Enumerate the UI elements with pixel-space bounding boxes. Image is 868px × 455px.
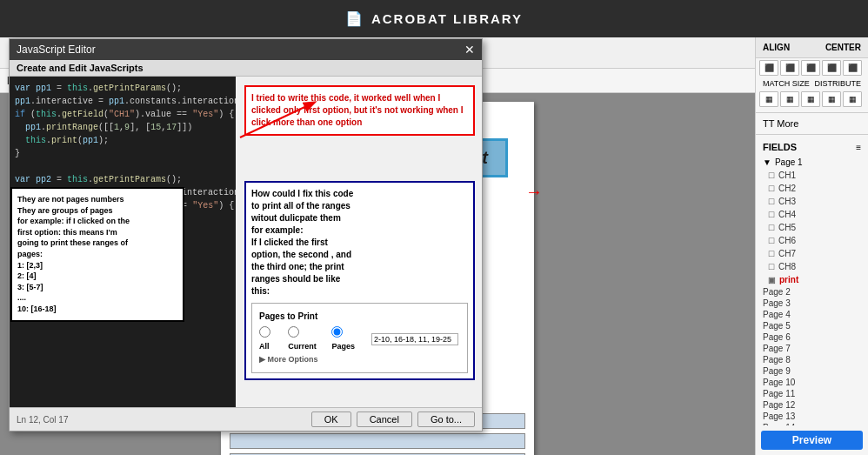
field-print[interactable]: ▣ print xyxy=(756,273,868,286)
align-top-icon[interactable]: ⬛ xyxy=(822,60,841,76)
js-editor-title: JavaScript Editor xyxy=(17,43,96,56)
annotation-red-box: I tried to write this code, it worked we… xyxy=(244,85,475,136)
tt-more-btn[interactable]: TT More xyxy=(756,117,868,130)
right-panel: ALIGN CENTER ⬛ ⬛ ⬛ ⬛ ⬛ MATCH SIZE DISTRI… xyxy=(755,37,868,455)
field-ch5-label: CH5 xyxy=(778,223,796,232)
app-title: 📄 ACROBAT LIBRARY xyxy=(345,10,523,27)
fields-section: FIELDS ≡ ▼ Page 1 ☐ CH1 ☐ CH2 ☐ CH3 xyxy=(756,138,868,425)
fields-settings-icon[interactable]: ≡ xyxy=(856,143,861,152)
page5-item[interactable]: Page 5 xyxy=(756,320,868,331)
pages-value-input[interactable] xyxy=(371,333,458,345)
field-ch5[interactable]: ☐ CH5 xyxy=(756,221,868,234)
page12-item[interactable]: Page 12 xyxy=(756,399,868,411)
js-editor-subtitle: Create and Edit JavaScripts xyxy=(10,60,482,77)
page6-item[interactable]: Page 6 xyxy=(756,331,868,343)
pages-to-print-title: Pages to Print xyxy=(259,311,460,323)
distribute-v-icon[interactable]: ▦ xyxy=(843,91,862,107)
preview-button[interactable]: Preview xyxy=(761,431,863,450)
field-ch4-label: CH4 xyxy=(778,210,796,219)
center-label: CENTER xyxy=(825,43,861,52)
panel-divider-2 xyxy=(756,134,868,135)
annotation-blue-text: How could I fix this code to print all o… xyxy=(251,189,353,296)
field-ch7[interactable]: ☐ CH7 xyxy=(756,247,868,260)
page7-item[interactable]: Page 7 xyxy=(756,343,868,354)
page2-item[interactable]: Page 2 xyxy=(756,286,868,298)
page8-item[interactable]: Page 8 xyxy=(756,354,868,365)
field-ch6[interactable]: ☐ CH6 xyxy=(756,234,868,247)
status-text: Ln 12, Col 17 xyxy=(17,415,69,425)
page3-item[interactable]: Page 3 xyxy=(756,298,868,309)
distribute-label: DISTRIBUTE xyxy=(814,79,861,88)
radio-options: All Current Pages xyxy=(259,326,460,351)
radio-current-text: Current xyxy=(288,342,317,351)
ok-btn[interactable]: OK xyxy=(311,412,351,427)
page9-item[interactable]: Page 9 xyxy=(756,365,868,377)
field-ch8[interactable]: ☐ CH8 xyxy=(756,260,868,273)
match-distribute-row: MATCH SIZE DISTRIBUTE xyxy=(756,77,868,90)
page10-item[interactable]: Page 10 xyxy=(756,377,868,388)
match-height-icon[interactable]: ▦ xyxy=(780,91,799,107)
field-ch6-label: CH6 xyxy=(778,236,796,245)
more-options-btn[interactable]: ▶ More Options xyxy=(259,354,460,365)
pages-to-print-mini: Pages to Print All Current Pages xyxy=(251,303,468,373)
js-editor-bottom: Ln 12, Col 17 OK Cancel Go to... xyxy=(10,407,482,431)
match-both-icon[interactable]: ▦ xyxy=(801,91,820,107)
js-editor-dialog: JavaScript Editor ✕ Create and Edit Java… xyxy=(9,38,483,432)
radio-current-label[interactable]: Current xyxy=(288,326,323,351)
radio-current[interactable] xyxy=(288,326,299,338)
page4-item[interactable]: Page 4 xyxy=(756,309,868,320)
radio-all-text: All xyxy=(259,342,270,351)
align-middle-icon[interactable]: ⬛ xyxy=(843,60,862,76)
fields-label: FIELDS xyxy=(763,142,797,152)
js-annotation-area: I tried to write this code, it worked we… xyxy=(236,77,482,407)
tt-more-label: TT More xyxy=(763,118,798,129)
radio-pages[interactable] xyxy=(331,326,343,338)
field-ch4[interactable]: ☐ CH4 xyxy=(756,208,868,221)
field-ch2-label: CH2 xyxy=(778,184,796,193)
field-ch1-icon: ☐ xyxy=(768,171,775,180)
js-editor-body: var pp1 = this.getPrintParams(); pp1.int… xyxy=(10,77,482,407)
js-editor-close-btn[interactable]: ✕ xyxy=(464,43,475,57)
page13-item[interactable]: Page 13 xyxy=(756,411,868,422)
cancel-btn[interactable]: Cancel xyxy=(357,412,412,427)
annotation-blue-box: How could I fix this code to print all o… xyxy=(244,181,475,380)
panel-divider-1 xyxy=(756,112,868,113)
page1-item[interactable]: ▼ Page 1 xyxy=(756,156,868,169)
app-title-text: ACROBAT LIBRARY xyxy=(371,11,523,26)
field-ch1[interactable]: ☐ CH1 xyxy=(756,169,868,182)
field-print-label: print xyxy=(779,275,798,284)
align-label: ALIGN xyxy=(763,43,790,52)
align-right-icon[interactable]: ⬛ xyxy=(801,60,820,76)
page14-item[interactable]: Page 14 xyxy=(756,422,868,425)
field-ch7-icon: ☐ xyxy=(768,250,775,258)
doc-icon: 📄 xyxy=(345,10,364,27)
distribute-h-icon[interactable]: ▦ xyxy=(822,91,841,107)
field-ch3[interactable]: ☐ CH3 xyxy=(756,195,868,208)
page1-label: Page 1 xyxy=(775,157,803,167)
page11-item[interactable]: Page 11 xyxy=(756,388,868,399)
field-ch8-label: CH8 xyxy=(778,262,796,271)
align-center-icon[interactable]: ⬛ xyxy=(780,60,799,76)
field-ch6-icon: ☐ xyxy=(768,237,775,245)
match-width-icon[interactable]: ▦ xyxy=(759,91,778,107)
radio-pages-label[interactable]: Pages xyxy=(331,326,363,351)
align-icon-row: ⬛ ⬛ ⬛ ⬛ ⬛ xyxy=(756,58,868,77)
fields-header: FIELDS ≡ xyxy=(756,138,868,156)
bottom-btns: OK Cancel Go to... xyxy=(311,412,475,427)
field-ch1-label: CH1 xyxy=(778,171,796,180)
radio-all[interactable] xyxy=(259,326,270,338)
radio-all-label[interactable]: All xyxy=(259,326,279,351)
match-size-label: MATCH SIZE xyxy=(763,79,810,88)
field-ch3-icon: ☐ xyxy=(768,197,775,206)
field-ch2-icon: ☐ xyxy=(768,184,775,193)
field-ch7-label: CH7 xyxy=(778,249,796,258)
pdf-input-2[interactable] xyxy=(230,433,525,449)
top-bar: 📄 ACROBAT LIBRARY xyxy=(0,0,868,37)
field-ch2[interactable]: ☐ CH2 xyxy=(756,182,868,195)
goto-btn[interactable]: Go to... xyxy=(417,412,475,427)
match-icon-row: ▦ ▦ ▦ ▦ ▦ xyxy=(756,90,868,109)
js-editor-titlebar: JavaScript Editor ✕ xyxy=(10,39,482,60)
radio-pages-text: Pages xyxy=(331,342,355,351)
field-print-icon: ▣ xyxy=(768,276,776,284)
align-left-icon[interactable]: ⬛ xyxy=(759,60,778,76)
